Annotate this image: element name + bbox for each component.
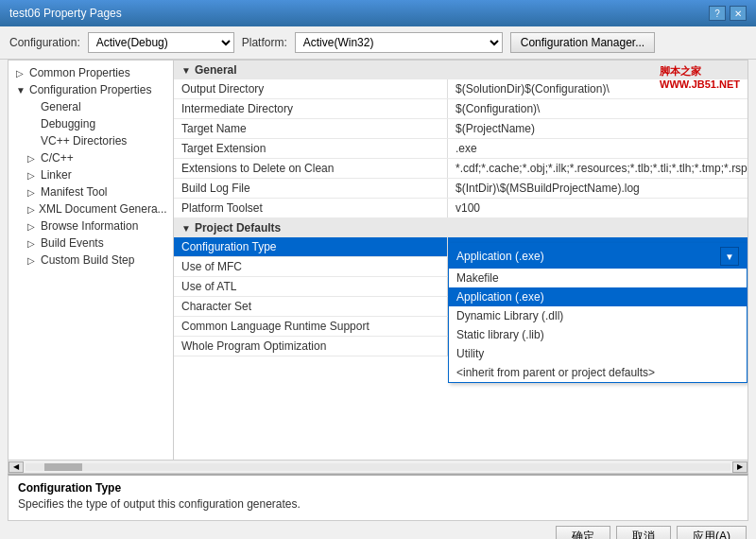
table-row: Intermediate Directory $(Configuration)\ — [174, 99, 747, 119]
property-tree: ▷ Common Properties ▼ Configuration Prop… — [9, 61, 174, 460]
horizontal-scrollbar: ◀ ▶ — [8, 461, 748, 474]
property-name: Target Name — [174, 119, 448, 138]
scroll-track — [26, 463, 730, 471]
property-name: Whole Program Optimization — [174, 337, 448, 356]
sidebar-item-common-props[interactable]: ▷ Common Properties — [9, 64, 173, 81]
scroll-left-button[interactable]: ◀ — [9, 461, 24, 473]
tree-label: Linker — [41, 168, 72, 182]
tree-label: XML Document Genera... — [39, 202, 167, 216]
sidebar-item-custom-build[interactable]: ▷ Custom Build Step — [9, 252, 173, 269]
toolbar: Configuration: Active(Debug) Platform: A… — [0, 26, 756, 60]
expand-icon: ▷ — [27, 170, 37, 181]
property-value: $(SolutionDir)$(Configuration)\ — [448, 79, 747, 98]
sidebar-item-xml-doc[interactable]: ▷ XML Document Genera... — [9, 200, 173, 217]
section-title: Project Defaults — [195, 221, 281, 235]
window-controls: ? ✕ — [709, 6, 747, 21]
property-value: $(ProjectName) — [448, 119, 747, 138]
property-value: .exe — [448, 139, 747, 158]
tree-label: Browse Information — [41, 219, 138, 233]
property-description-title: Configuration Type — [18, 481, 738, 495]
table-row: Output Directory $(SolutionDir)$(Configu… — [174, 79, 747, 99]
tree-label: VC++ Directories — [41, 134, 127, 148]
property-name: Use of MFC — [174, 257, 448, 276]
tree-label: Common Properties — [29, 66, 130, 79]
scroll-thumb[interactable] — [44, 463, 82, 471]
property-name: Character Set — [174, 297, 448, 316]
property-value: $(IntDir)\$(MSBuildProjectName).log — [448, 179, 747, 198]
property-value: $(Configuration)\ — [448, 99, 747, 118]
table-row: Build Log File $(IntDir)\$(MSBuildProjec… — [174, 179, 747, 199]
ok-button[interactable]: 确定 — [556, 526, 610, 539]
expand-icon: ▷ — [27, 187, 37, 198]
property-name: Use of ATL — [174, 277, 448, 296]
expand-icon: ▷ — [27, 238, 37, 249]
close-button[interactable]: ✕ — [730, 6, 747, 21]
scroll-right-button[interactable]: ▶ — [732, 461, 747, 473]
dropdown-option-static-lib[interactable]: Static library (.lib) — [449, 325, 747, 344]
expand-icon: ▷ — [16, 68, 26, 78]
property-name: Intermediate Directory — [174, 99, 448, 118]
tree-label: Debugging — [41, 117, 95, 130]
table-row: Platform Toolset v100 — [174, 199, 747, 218]
sidebar-item-linker[interactable]: ▷ Linker — [9, 166, 173, 183]
tree-label: Build Events — [41, 236, 104, 250]
sidebar-item-vc-directories[interactable]: VC++ Directories — [9, 132, 173, 149]
sidebar-item-manifest-tool[interactable]: ▷ Manifest Tool — [9, 183, 173, 200]
property-name: Platform Toolset — [174, 199, 448, 217]
configuration-select[interactable]: Active(Debug) — [88, 32, 234, 53]
table-row: Target Extension .exe — [174, 139, 747, 159]
dropdown-option-app-exe[interactable]: Application (.exe) — [449, 287, 747, 306]
title-bar: test06 Property Pages ? ✕ — [0, 0, 756, 26]
sidebar-item-config-props[interactable]: ▼ Configuration Properties — [9, 81, 173, 98]
config-type-dropdown[interactable]: Application (.exe) ▼ Makefile Applicatio… — [448, 243, 747, 383]
property-value: *.cdf;*.cache;*.obj;*.ilk;*.resources;*.… — [448, 159, 747, 178]
project-defaults-section-header: ▼ Project Defaults — [174, 218, 747, 237]
sidebar-item-debugging[interactable]: Debugging — [9, 115, 173, 132]
sidebar-item-browse-info[interactable]: ▷ Browse Information — [9, 217, 173, 235]
property-name: Target Extension — [174, 139, 448, 158]
dropdown-arrow-button[interactable]: ▼ — [720, 247, 739, 266]
property-name: Extensions to Delete on Clean — [174, 159, 448, 178]
expand-icon: ▷ — [27, 204, 35, 215]
cancel-button[interactable]: 取消 — [616, 526, 671, 539]
section-expand-icon: ▼ — [181, 223, 191, 234]
dropdown-header: Application (.exe) ▼ — [449, 244, 747, 269]
tree-label: Custom Build Step — [41, 253, 134, 267]
apply-button[interactable]: 应用(A) — [677, 526, 747, 539]
expand-icon: ▼ — [16, 85, 26, 96]
config-label: Configuration: — [9, 36, 80, 49]
property-name: Configuration Type — [174, 237, 448, 256]
platform-select[interactable]: Active(Win32) — [295, 32, 503, 53]
dialog-buttons: 确定 取消 应用(A) — [0, 521, 756, 539]
expand-icon: ▷ — [27, 221, 37, 232]
tree-label: Configuration Properties — [29, 83, 151, 96]
tree-label: Manifest Tool — [41, 185, 107, 199]
dropdown-option-makefile[interactable]: Makefile — [449, 269, 747, 287]
property-description-panel: Configuration Type Specifies the type of… — [8, 474, 748, 521]
property-name: Common Language Runtime Support — [174, 317, 448, 336]
dropdown-option-inherit[interactable]: <inherit from parent or project defaults… — [449, 363, 747, 382]
dropdown-current-value: Application (.exe) — [456, 250, 544, 263]
help-button[interactable]: ? — [709, 6, 726, 21]
property-description-text: Specifies the type of output this config… — [18, 497, 738, 511]
sidebar-item-general[interactable]: General — [9, 98, 173, 115]
property-name: Build Log File — [174, 179, 448, 198]
dropdown-option-utility[interactable]: Utility — [449, 344, 747, 363]
window-title: test06 Property Pages — [9, 7, 122, 20]
table-row: Target Name $(ProjectName) — [174, 119, 747, 139]
dropdown-option-dynamic-lib[interactable]: Dynamic Library (.dll) — [449, 306, 747, 325]
tree-label: C/C++ — [41, 151, 74, 165]
property-value: v100 — [448, 199, 747, 217]
main-content: ▷ Common Properties ▼ Configuration Prop… — [8, 60, 748, 461]
property-name: Output Directory — [174, 79, 448, 98]
general-section-header: ▼ General — [174, 61, 747, 79]
platform-label: Platform: — [242, 36, 287, 49]
section-title: General — [195, 63, 237, 77]
sidebar-item-cpp[interactable]: ▷ C/C++ — [9, 149, 173, 166]
table-row: Extensions to Delete on Clean *.cdf;*.ca… — [174, 159, 747, 179]
expand-icon: ▷ — [27, 153, 37, 164]
config-manager-button[interactable]: Configuration Manager... — [510, 32, 655, 53]
sidebar-item-build-events[interactable]: ▷ Build Events — [9, 235, 173, 252]
expand-icon: ▷ — [27, 255, 37, 266]
properties-panel: 脚本之家 WWW.JB51.NET ▼ General Output Direc… — [174, 61, 747, 460]
